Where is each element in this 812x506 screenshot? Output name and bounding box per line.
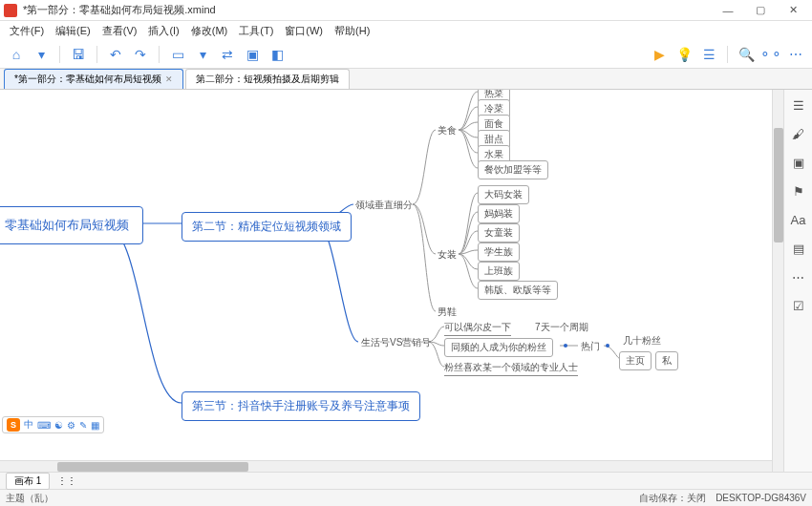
share-icon[interactable]: ⚬⚬ (760, 44, 781, 65)
dropdown2-icon[interactable]: ▾ (192, 44, 213, 65)
document-tabs: *第一部分：零基础如何布局短视频 ✕ 第二部分：短视频拍摄及后期剪辑 (0, 69, 812, 90)
comment-icon[interactable]: ⋯ (789, 267, 808, 286)
menu-window[interactable]: 窗口(W) (279, 22, 329, 40)
tab-part1[interactable]: *第一部分：零基础如何布局短视频 ✕ (4, 69, 183, 89)
tab-label: *第一部分：零基础如何布局短视频 (14, 73, 161, 86)
note-icon[interactable]: ▤ (789, 239, 808, 258)
horizontal-scrollbar[interactable] (0, 460, 772, 472)
ime-lang[interactable]: 中 (24, 418, 33, 432)
menu-tools[interactable]: 工具(T) (233, 22, 279, 40)
leaf-women-0[interactable]: 大码女装 (478, 185, 529, 204)
more-icon[interactable]: ⋯ (785, 44, 806, 65)
leaf-women-2[interactable]: 女童装 (478, 223, 520, 242)
node-branch-subdivide[interactable]: 领域垂直细分 (355, 199, 413, 212)
dropdown-icon[interactable]: ▾ (31, 44, 52, 65)
format-icon[interactable]: 🖌 (789, 124, 808, 143)
idea-icon[interactable]: 💡 (673, 44, 694, 65)
node-cat-shoes[interactable]: 男鞋 (438, 306, 457, 319)
home-icon[interactable]: ⌂ (6, 44, 27, 65)
search-icon[interactable]: 🔍 (736, 44, 757, 65)
marker-icon[interactable]: ⚑ (789, 181, 808, 200)
status-bar: 主题（乱） 自动保存：关闭 DESKTOP-DG8436V (0, 489, 812, 506)
sheet-tab[interactable]: 画布 1 (6, 473, 50, 490)
node-section3[interactable]: 第三节：抖音快手注册账号及养号注意事项 (182, 391, 420, 421)
tab-label: 第二部分：短视频拍摄及后期剪辑 (196, 73, 339, 86)
leaf-food-5[interactable]: 餐饮加盟等等 (478, 160, 548, 179)
node-cat-food[interactable]: 美食 (438, 124, 457, 137)
outline-icon[interactable]: ☰ (789, 95, 808, 115)
svg-point-1 (606, 344, 609, 348)
menu-view[interactable]: 查看(V) (96, 22, 143, 40)
undo-icon[interactable]: ↶ (105, 44, 126, 65)
present-icon[interactable]: ▶ (649, 44, 670, 65)
menu-file[interactable]: 文件(F) (4, 22, 50, 40)
task-icon[interactable]: ☑ (789, 296, 808, 315)
redo-icon[interactable]: ↷ (130, 44, 151, 65)
leaf-tip2-btn1[interactable]: 主页 (619, 351, 652, 370)
main-area: 零基础如何布局短视频 第二节：精准定位短视频领域 第三节：抖音快手注册账号及养号… (0, 90, 812, 472)
leaf-women-3[interactable]: 学生族 (478, 242, 520, 262)
leaf-tip1[interactable]: 可以偶尔皮一下 (444, 321, 511, 336)
ime-pen-icon[interactable]: ✎ (79, 420, 87, 431)
sheet-bar: 画布 1 ⋮⋮ (0, 472, 812, 489)
tab-part2[interactable]: 第二部分：短视频拍摄及后期剪辑 (185, 69, 350, 89)
mindmap-canvas[interactable]: 零基础如何布局短视频 第二节：精准定位短视频领域 第三节：抖音快手注册账号及养号… (0, 90, 783, 472)
app-icon (4, 4, 17, 17)
window-titlebar: *第一部分：零基础如何布局短视频.xmind — ▢ ✕ (0, 0, 812, 21)
menu-help[interactable]: 帮助(H) (329, 22, 375, 40)
leaf-tip2[interactable]: 同频的人成为你的粉丝 (444, 338, 553, 357)
toolbar: ⌂ ▾ 🖫 ↶ ↷ ▭ ▾ ⇄ ▣ ◧ ▶ 💡 ☰ 🔍 ⚬⚬ ⋯ (0, 40, 812, 69)
status-left: 主题（乱） (6, 492, 53, 505)
minimize-button[interactable]: — (713, 1, 743, 20)
menu-edit[interactable]: 编辑(E) (50, 22, 96, 40)
window-title: *第一部分：零基础如何布局短视频.xmind (23, 3, 713, 17)
tab-close-icon[interactable]: ✕ (165, 74, 173, 84)
node-branch-compare[interactable]: 生活号VS营销号 (361, 336, 431, 349)
boundary-icon[interactable]: ▣ (242, 44, 263, 65)
sheet-more-icon[interactable]: ⋮⋮ (57, 475, 76, 486)
svg-point-0 (564, 344, 567, 348)
format-panel: ☰ 🖌 ▣ ⚑ Aa ▤ ⋯ ☑ (783, 90, 812, 472)
node-cat-women[interactable]: 女装 (438, 248, 457, 262)
status-autosave: 自动保存：关闭 (639, 492, 706, 505)
leaf-tip2-tag2[interactable]: 几十粉丝 (623, 334, 661, 348)
node-section2[interactable]: 第二节：精准定位短视频领域 (182, 212, 352, 242)
gantt-icon[interactable]: ☰ (698, 44, 719, 65)
leaf-tip3[interactable]: 粉丝喜欢某一个领域的专业人士 (444, 361, 578, 376)
save-icon[interactable]: 🖫 (68, 44, 89, 65)
text-icon[interactable]: Aa (789, 210, 808, 229)
ime-toolbar[interactable]: S 中 ⌨ ☯ ⚙ ✎ ▦ (2, 416, 104, 433)
menu-modify[interactable]: 修改(M) (185, 22, 234, 40)
menu-bar: 文件(F) 编辑(E) 查看(V) 插入(I) 修改(M) 工具(T) 窗口(W… (0, 21, 812, 40)
ime-grid-icon[interactable]: ▦ (91, 420, 99, 431)
leaf-women-4[interactable]: 上班族 (478, 262, 520, 281)
relationship-icon[interactable]: ⇄ (217, 44, 238, 65)
leaf-tip2-tag[interactable]: 热门 (581, 340, 600, 353)
vertical-scrollbar[interactable] (772, 90, 783, 472)
image-icon[interactable]: ▣ (789, 153, 808, 172)
node-root[interactable]: 零基础如何布局短视频 (0, 206, 143, 244)
leaf-women-1[interactable]: 妈妈装 (478, 204, 520, 223)
status-host: DESKTOP-DG8436V (716, 493, 806, 503)
ime-mode-icon[interactable]: ☯ (54, 420, 63, 431)
canvas-wrap: 零基础如何布局短视频 第二节：精准定位短视频领域 第三节：抖音快手注册账号及养号… (0, 90, 783, 472)
leaf-tip1b[interactable]: 7天一个周期 (535, 321, 588, 334)
topic-icon[interactable]: ▭ (167, 44, 188, 65)
close-button[interactable]: ✕ (778, 1, 808, 20)
menu-insert[interactable]: 插入(I) (142, 22, 184, 40)
ime-gear-icon[interactable]: ⚙ (67, 420, 75, 431)
maximize-button[interactable]: ▢ (745, 1, 776, 20)
ime-kbd-icon[interactable]: ⌨ (37, 420, 51, 431)
leaf-tip2-btn2[interactable]: 私 (655, 351, 678, 370)
sogou-icon: S (7, 418, 20, 432)
leaf-women-5[interactable]: 韩版、欧版等等 (478, 281, 558, 300)
summary-icon[interactable]: ◧ (267, 44, 288, 65)
